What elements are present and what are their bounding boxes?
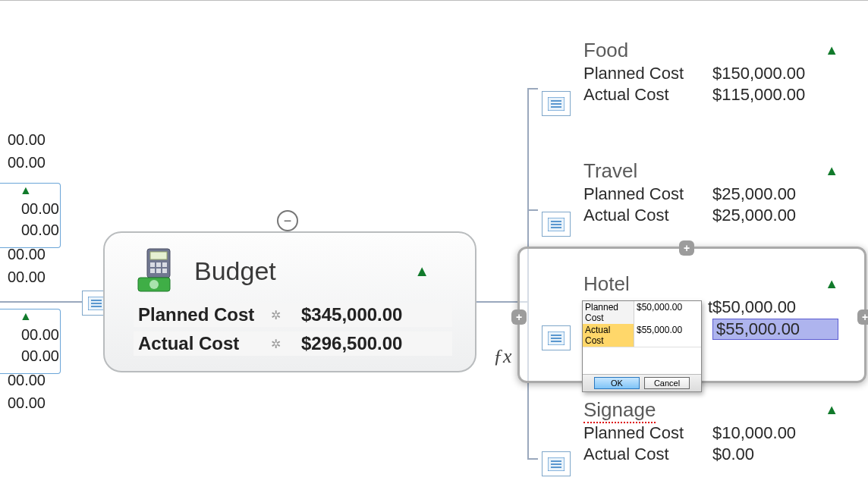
row-value-editing[interactable]: $55,000.00 [712,319,838,340]
cropped-value: 00.00 [0,200,59,218]
gear-icon[interactable]: ✲ [271,308,294,322]
budget-icon [134,247,181,294]
popup-row-active[interactable]: Actual Cost $55,000.00 [583,324,701,347]
cancel-button[interactable]: Cancel [644,377,690,389]
connector [527,88,538,90]
cropped-value: 00.00 [0,326,59,344]
row-value: $296,500.00 [294,333,448,354]
ok-button[interactable]: OK [594,377,640,389]
row-label: Actual Cost [138,333,271,354]
svg-rect-7 [156,262,161,267]
notes-icon[interactable] [542,325,571,350]
cropped-value: 00.00 [0,347,59,365]
row-value: $115,000.00 [712,85,838,105]
connector [527,209,538,211]
notes-icon[interactable] [542,451,571,476]
expand-icon[interactable]: ▲ [825,42,838,58]
row-label: Actual Cost [583,445,712,464]
value-editor-popup[interactable]: Planned Cost $50,000.00 Actual Cost $55,… [582,300,702,392]
budget-title: Budget [194,256,401,286]
popup-blank-area[interactable] [583,347,701,374]
cropped-node[interactable]: ▲ 00.00 00.00 [0,183,61,248]
child-title: Food [583,39,628,62]
row-label: Planned Cost [583,423,712,443]
child-title: Hotel [583,272,630,296]
collapse-icon[interactable]: ▲ [414,262,429,280]
add-sibling-left-icon[interactable]: + [511,309,527,325]
add-sibling-right-icon[interactable]: + [857,309,868,325]
row-value: $345,000.00 [294,304,448,325]
expand-icon[interactable]: ▲ [825,276,838,292]
budget-row-planned: Planned Cost ✲ $345,000.00 [134,303,452,327]
cropped-node[interactable]: ▲ 00.00 00.00 [0,309,61,374]
row-value: $0.00 [712,445,838,464]
collapse-button[interactable]: − [277,210,298,231]
fx-indicator[interactable]: ƒx [493,345,512,368]
row-label: Planned Cost [138,304,271,325]
expand-icon[interactable]: ▲ [20,184,32,197]
svg-point-13 [149,280,159,289]
row-value: $10,000.00 [712,423,838,443]
popup-label: Actual Cost [583,324,634,347]
row-label: Actual Cost [583,85,712,105]
expand-icon[interactable]: ▲ [20,309,32,323]
list-glyph-icon [88,297,105,310]
gear-icon[interactable]: ✲ [271,337,294,351]
row-value: $25,000.00 [712,206,838,225]
popup-row[interactable]: Planned Cost $50,000.00 [583,301,701,324]
child-node-food[interactable]: Food ▲ Planned Cost $150,000.00 Actual C… [583,39,838,105]
svg-rect-6 [150,262,155,267]
cropped-value: 00.00 [0,222,59,239]
svg-rect-11 [162,269,167,273]
svg-rect-5 [150,252,167,259]
row-label: Actual Cost [583,206,712,225]
child-title: Signage [583,398,656,422]
svg-rect-8 [162,262,167,267]
row-value: $50,000.00 [712,297,838,317]
add-sibling-top-icon[interactable]: + [679,240,694,256]
row-label: Planned Cost [583,184,712,204]
connector [527,458,538,460]
child-node-travel[interactable]: Travel ▲ Planned Cost $25,000.00 Actual … [583,159,838,225]
child-title: Travel [583,159,637,183]
budget-row-actual: Actual Cost ✲ $296,500.00 [134,331,452,356]
row-label: Planned Cost [583,64,712,83]
notes-icon[interactable] [542,212,571,237]
notes-icon[interactable] [542,91,571,116]
svg-rect-10 [156,269,161,273]
popup-value[interactable]: $50,000.00 [634,301,701,324]
row-value: $25,000.00 [712,184,838,204]
popup-value[interactable]: $55,000.00 [634,324,701,347]
child-node-signage[interactable]: Signage ▲ Planned Cost $10,000.00 Actual… [583,398,838,464]
expand-icon[interactable]: ▲ [825,163,838,179]
popup-label: Planned Cost [583,301,634,324]
expand-icon[interactable]: ▲ [825,402,838,418]
budget-node[interactable]: Budget ▲ Planned Cost ✲ $345,000.00 Actu… [103,231,476,372]
row-value: $150,000.00 [712,64,838,83]
svg-rect-9 [150,269,155,273]
